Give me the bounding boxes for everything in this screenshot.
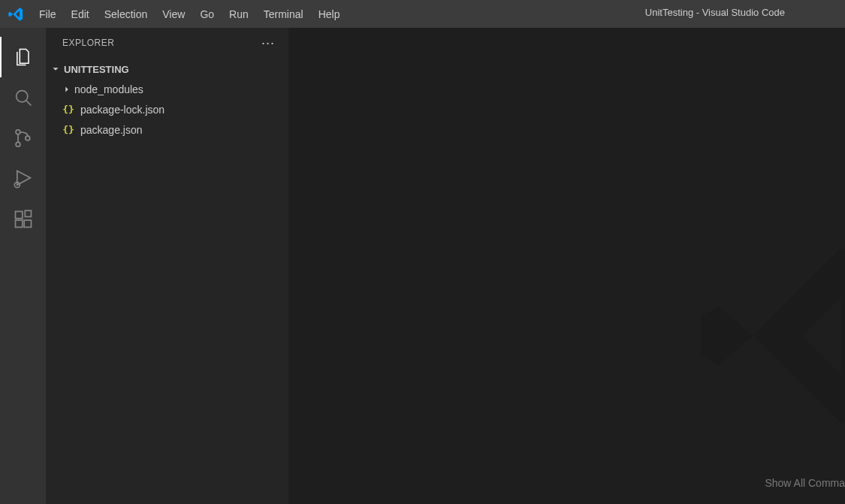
svg-point-0 (16, 91, 27, 102)
show-all-commands-hint: Show All Comma (765, 477, 845, 489)
menu-run[interactable]: Run (222, 4, 256, 25)
svg-point-3 (16, 142, 20, 146)
tree-item-label: node_modules (74, 83, 143, 95)
editor-watermark-icon (695, 238, 845, 436)
menu-help[interactable]: Help (311, 4, 348, 25)
tree-item-label: package-lock.json (80, 104, 164, 116)
tree-file-package-json[interactable]: {} package.json (46, 119, 288, 140)
activity-explorer-icon[interactable] (0, 37, 46, 77)
svg-rect-6 (15, 212, 22, 219)
tree-root-folder[interactable]: UNITTESTING (46, 59, 288, 79)
chevron-right-icon (61, 83, 73, 96)
sidebar: EXPLORER ··· UNITTESTING node_modules {}… (46, 28, 288, 504)
project-name: UNITTESTING (64, 64, 129, 75)
activity-run-debug-icon[interactable] (0, 158, 46, 199)
menu-terminal[interactable]: Terminal (256, 4, 311, 25)
chevron-down-icon (49, 62, 62, 76)
activity-extensions-icon[interactable] (0, 199, 46, 240)
json-file-icon: {} (61, 124, 76, 135)
tree-folder-node-modules[interactable]: node_modules (46, 79, 288, 99)
svg-rect-7 (15, 220, 22, 227)
menu-edit[interactable]: Edit (64, 4, 97, 25)
svg-rect-9 (25, 210, 31, 216)
file-tree: UNITTESTING node_modules {} package-lock… (46, 58, 288, 141)
svg-line-1 (26, 101, 31, 105)
svg-point-2 (16, 130, 20, 134)
window-title: UnitTesting - Visual Studio Code (645, 7, 785, 18)
json-file-icon: {} (61, 104, 76, 115)
vscode-logo-icon (8, 6, 24, 23)
menu-file[interactable]: File (32, 4, 64, 25)
svg-point-4 (25, 136, 29, 140)
main-area: EXPLORER ··· UNITTESTING node_modules {}… (0, 28, 845, 504)
sidebar-more-icon[interactable]: ··· (261, 35, 275, 51)
sidebar-header: EXPLORER ··· (46, 28, 288, 58)
menu-selection[interactable]: Selection (97, 4, 155, 25)
activity-bar (0, 28, 46, 504)
tree-file-package-lock[interactable]: {} package-lock.json (46, 99, 288, 119)
editor-area: Show All Comma (288, 28, 845, 504)
menu-bar: File Edit Selection View Go Run Terminal… (32, 4, 347, 25)
activity-search-icon[interactable] (0, 77, 46, 118)
sidebar-title: EXPLORER (62, 38, 114, 48)
menu-view[interactable]: View (155, 4, 192, 25)
svg-rect-8 (24, 220, 31, 227)
tree-item-label: package.json (80, 124, 143, 136)
title-bar: File Edit Selection View Go Run Terminal… (0, 0, 845, 28)
activity-source-control-icon[interactable] (0, 118, 46, 158)
menu-go[interactable]: Go (192, 4, 222, 25)
